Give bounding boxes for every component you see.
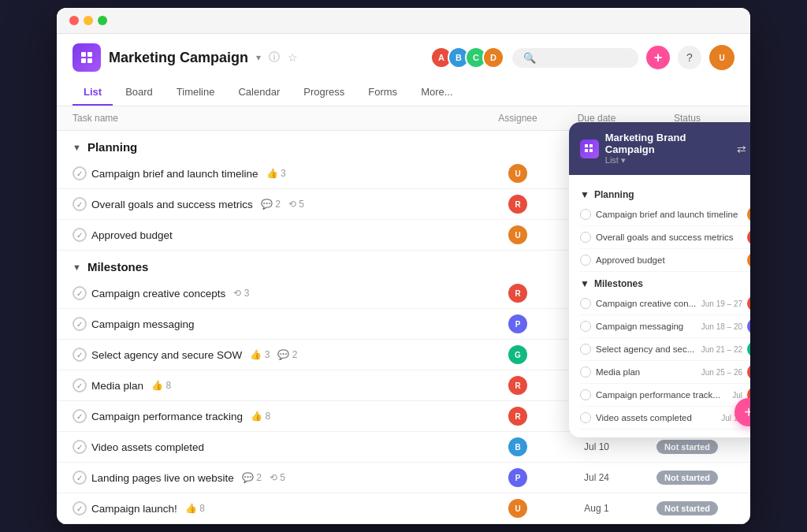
assignee-cell: G: [482, 345, 553, 364]
avatar: R: [508, 376, 527, 395]
tab-list[interactable]: List: [73, 80, 113, 106]
task-name: Landing pages live on website: [91, 472, 234, 484]
task-name-cell: ✓ Campaign creative concepts ⟲ 3: [73, 286, 482, 300]
planning-arrow[interactable]: ▼: [73, 143, 81, 152]
help-button[interactable]: ?: [678, 46, 701, 69]
main-content: Task name Assignee Due date Status ▼ Pla…: [57, 106, 750, 524]
user-avatar[interactable]: U: [709, 45, 734, 70]
milestones-arrow[interactable]: ▼: [73, 262, 81, 272]
svg-rect-6: [585, 149, 588, 152]
panel-check-icon: [580, 255, 591, 266]
check-icon[interactable]: ✓: [73, 440, 87, 454]
tab-forms[interactable]: Forms: [357, 80, 408, 106]
panel-section-milestones: ▼ Milestones: [580, 278, 750, 289]
title-chevron[interactable]: ▾: [256, 52, 261, 63]
app-icon: [73, 43, 101, 72]
panel-task-name: Campaign brief and launch timeline: [596, 210, 742, 219]
task-name: Media plan: [91, 380, 143, 392]
check-icon[interactable]: ✓: [73, 348, 87, 362]
svg-rect-7: [589, 149, 593, 152]
panel-planning-label: Planning: [594, 189, 634, 200]
status-cell: Not started: [640, 471, 734, 485]
task-name-cell: ✓ Campaign launch! 👍 8: [73, 501, 482, 515]
task-meta: 👍 8: [251, 411, 270, 422]
list-item: Campaign brief and launch timeline U: [580, 203, 750, 226]
panel-milestones-label: Milestones: [594, 278, 643, 289]
app-header: Marketing Campaign ▾ ⓘ ☆ A B C D 🔍 + ? U: [57, 34, 750, 106]
panel-body: ▼ Planning Campaign brief and launch tim…: [569, 175, 750, 437]
table-row[interactable]: ✓ Campaign launch! 👍 8 U Aug 1 Not start…: [57, 493, 750, 524]
task-name-cell: ✓ Campaign brief and launch timeline 👍 3: [73, 166, 482, 180]
check-icon[interactable]: ✓: [73, 378, 87, 392]
table-row[interactable]: ✓ Landing pages live on website 💬 2 ⟲ 5 …: [57, 463, 750, 493]
panel-title-group: Marketing Brand Campaign List ▾: [605, 132, 738, 166]
task-name-cell: ✓ Approved budget: [73, 228, 482, 242]
task-name: Campaign launch!: [91, 503, 177, 515]
star-icon[interactable]: ☆: [288, 51, 298, 64]
status-badge: Not started: [656, 440, 718, 454]
check-icon[interactable]: ✓: [73, 286, 87, 300]
assignee-cell: U: [482, 164, 553, 183]
assignee-cell: R: [482, 376, 553, 395]
panel-check-icon: [580, 344, 591, 355]
tab-more[interactable]: More...: [410, 80, 463, 106]
titlebar: [57, 8, 750, 34]
task-meta: 💬 2 ⟲ 5: [242, 472, 285, 483]
check-icon[interactable]: ✓: [73, 471, 87, 485]
check-icon[interactable]: ✓: [73, 166, 87, 180]
task-name-cell: ✓ Campaign performance tracking 👍 8: [73, 409, 482, 423]
search-box[interactable]: 🔍: [512, 48, 638, 68]
list-item: Media plan Jun 25 – 26 R: [580, 361, 750, 384]
panel-milestones-arrow[interactable]: ▼: [580, 278, 589, 289]
check-icon[interactable]: ✓: [73, 317, 87, 331]
assignee-cell: P: [482, 314, 553, 333]
main-window: Marketing Campaign ▾ ⓘ ☆ A B C D 🔍 + ? U: [57, 8, 750, 524]
panel-title: Marketing Brand Campaign: [605, 132, 738, 155]
maximize-dot[interactable]: [98, 16, 107, 25]
svg-rect-3: [87, 58, 92, 63]
panel-check-icon: [580, 321, 591, 332]
check-icon[interactable]: ✓: [73, 501, 87, 515]
col-header-task: Task name: [73, 113, 482, 124]
tab-timeline[interactable]: Timeline: [165, 80, 226, 106]
panel-check-icon: [580, 412, 591, 423]
assignee-cell: U: [482, 225, 553, 244]
panel-task-name: Approved budget: [596, 255, 742, 265]
side-panel: Marketing Brand Campaign List ▾ ⇄ ••• ▼ …: [569, 122, 750, 437]
check-icon[interactable]: ✓: [73, 197, 87, 211]
header-icons: A B C D 🔍 + ? U: [430, 45, 734, 70]
avatar: P: [508, 468, 527, 487]
tab-board[interactable]: Board: [114, 80, 164, 106]
panel-task-name: Video assets completed: [596, 413, 716, 422]
assignee-cell: R: [482, 407, 553, 426]
tab-progress[interactable]: Progress: [292, 80, 355, 106]
list-item: Overall goals and success metrics R: [580, 226, 750, 249]
panel-task-date: Jul: [732, 391, 742, 400]
add-button[interactable]: +: [646, 46, 670, 69]
check-icon[interactable]: ✓: [73, 228, 87, 242]
search-icon: 🔍: [523, 52, 536, 64]
col-header-assignee: Assignee: [482, 113, 553, 124]
panel-title-row: Marketing Brand Campaign List ▾: [580, 132, 737, 166]
minimize-dot[interactable]: [84, 16, 93, 25]
avatar: B: [508, 437, 527, 456]
avatar: R: [747, 229, 750, 245]
avatar: P: [508, 314, 527, 333]
list-item: Select agency and sec... Jun 21 – 22 G: [580, 338, 750, 361]
panel-planning-arrow[interactable]: ▼: [580, 189, 589, 200]
avatar: R: [747, 296, 750, 311]
tab-calendar[interactable]: Calendar: [227, 80, 291, 106]
info-icon[interactable]: ⓘ: [269, 50, 280, 65]
check-icon[interactable]: ✓: [73, 409, 87, 423]
close-dot[interactable]: [69, 16, 79, 25]
milestones-label: Milestones: [87, 260, 149, 273]
avatar: G: [747, 341, 750, 357]
panel-task-name: Campaign performance track...: [596, 390, 727, 400]
nav-tabs: List Board Timeline Calendar Progress Fo…: [73, 80, 734, 106]
status-badge: Not started: [656, 501, 718, 515]
task-name-cell: ✓ Video assets completed: [73, 440, 482, 454]
settings-icon[interactable]: ⇄: [737, 143, 746, 155]
panel-task-date: Jun 19 – 27: [701, 299, 742, 308]
status-cell: Not started: [640, 440, 734, 454]
panel-actions: ⇄ •••: [737, 143, 750, 155]
